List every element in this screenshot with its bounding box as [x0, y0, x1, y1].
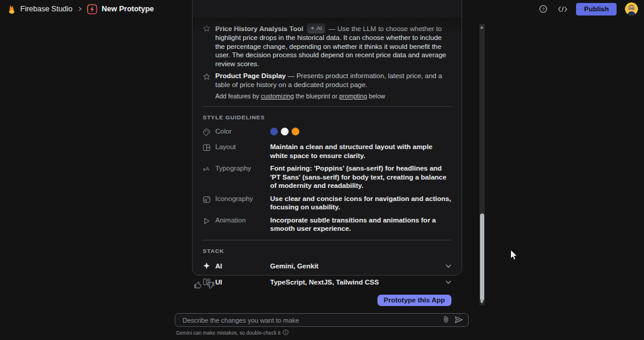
- user-avatar[interactable]: [625, 2, 638, 16]
- attach-file-icon[interactable]: [443, 315, 449, 326]
- star-icon: [203, 72, 212, 89]
- svg-text:a: a: [203, 167, 206, 171]
- composer-icons: [443, 315, 463, 326]
- blueprint-card: Price History Analysis Tool AI — Use the…: [192, 0, 462, 276]
- stack-label: UI: [215, 279, 270, 286]
- style-guidelines-heading: STYLE GUIDELINES: [203, 114, 451, 120]
- chevron-down-icon[interactable]: [445, 280, 451, 284]
- iconography-icon: [203, 194, 212, 206]
- guideline-label: Iconography: [215, 194, 270, 202]
- guideline-row-color: Color: [203, 127, 451, 138]
- brand[interactable]: Firebase Studio: [8, 4, 73, 14]
- scrollbar-up-arrow[interactable]: [480, 26, 484, 29]
- feature-item: Product Page Display — Presents product …: [203, 72, 451, 89]
- note-text: the blueprint or: [294, 92, 339, 100]
- color-swatch-accent[interactable]: [292, 128, 299, 135]
- feature-title: Product Page Display: [215, 72, 286, 79]
- prototype-app-icon: [87, 4, 97, 14]
- typography-icon: aA: [203, 164, 212, 175]
- cta-row: Prototype this App: [203, 295, 451, 306]
- note-text: Add features by: [215, 92, 261, 100]
- guideline-label: Animation: [215, 216, 270, 224]
- guideline-value: Incorporate subtle transitions and anima…: [270, 216, 451, 233]
- sparkle-icon: [310, 26, 315, 30]
- svg-text:A: A: [206, 166, 209, 172]
- ai-badge: AI: [307, 23, 325, 33]
- customizing-link[interactable]: customizing: [261, 92, 293, 100]
- divider: [203, 240, 451, 240]
- color-swatch-primary[interactable]: [270, 128, 278, 135]
- stack-value: Gemini, Genkit: [270, 262, 445, 270]
- guideline-label: Typography: [215, 164, 270, 172]
- play-icon: [203, 216, 212, 227]
- star-icon: [203, 23, 212, 68]
- header-actions: ? Publish: [538, 2, 638, 16]
- publish-button[interactable]: Publish: [576, 3, 617, 16]
- guideline-value: Font pairing: 'Poppins' (sans-serif) for…: [270, 164, 451, 190]
- color-swatches: [270, 127, 299, 135]
- chevron-down-icon[interactable]: [445, 264, 451, 268]
- feedback-buttons: [194, 281, 215, 289]
- chat-composer: [175, 313, 469, 327]
- scrollbar-down-arrow[interactable]: [480, 301, 484, 304]
- breadcrumb-current[interactable]: New Prototype: [87, 4, 154, 14]
- prompting-link[interactable]: prompting: [339, 92, 367, 100]
- mouse-cursor: [510, 249, 518, 261]
- stack-row-ui[interactable]: UI TypeScript, NextJS, Tailwind CSS: [203, 277, 451, 288]
- feature-item: Price History Analysis Tool AI — Use the…: [203, 23, 451, 68]
- layout-icon: [203, 143, 212, 154]
- guideline-row-typography: aA Typography Font pairing: 'Poppins' (s…: [203, 164, 451, 190]
- breadcrumb-chevron-icon: [78, 7, 82, 11]
- firebase-logo-icon: [8, 4, 16, 14]
- svg-text:?: ?: [542, 7, 544, 12]
- code-icon[interactable]: [557, 4, 568, 14]
- guideline-label: Layout: [215, 143, 270, 150]
- scrollbar-thumb[interactable]: [480, 214, 484, 301]
- feature-title: Price History Analysis Tool: [215, 25, 304, 32]
- guideline-label: Color: [215, 127, 270, 135]
- guideline-value: Maintain a clean and structured layout w…: [270, 143, 451, 160]
- thumbs-up-icon[interactable]: [194, 281, 202, 289]
- help-icon[interactable]: ?: [538, 4, 549, 14]
- ai-badge-label: AI: [317, 24, 322, 33]
- thumbs-down-icon[interactable]: [206, 281, 215, 289]
- divider: [203, 106, 451, 107]
- sparkle-icon: [203, 261, 212, 272]
- guideline-row-animation: Animation Incorporate subtle transitions…: [203, 216, 451, 233]
- add-features-note: Add features by customizing the blueprin…: [215, 92, 451, 100]
- color-swatch-background[interactable]: [281, 128, 289, 135]
- stack-value: TypeScript, NextJS, Tailwind CSS: [270, 279, 445, 286]
- guideline-row-iconography: Iconography Use clear and concise icons …: [203, 194, 451, 212]
- guideline-value: Use clear and concise icons for navigati…: [270, 194, 451, 212]
- note-text: below: [367, 92, 385, 100]
- info-icon[interactable]: [283, 329, 289, 336]
- stack-row-ai[interactable]: AI Gemini, Genkit: [203, 261, 451, 272]
- stack-label: AI: [215, 262, 270, 270]
- palette-icon: [203, 127, 212, 138]
- firebase-studio-window: Firebase Studio New Prototype ? Publish: [0, 0, 644, 340]
- page-title: New Prototype: [102, 5, 154, 13]
- guideline-row-layout: Layout Maintain a clean and structured l…: [203, 143, 451, 160]
- brand-name: Firebase Studio: [20, 5, 73, 13]
- stack-heading: STACK: [203, 248, 451, 254]
- disclaimer: Gemini can make mistakes, so double-chec…: [176, 329, 289, 336]
- disclaimer-text: Gemini can make mistakes, so double-chec…: [176, 330, 280, 336]
- feature-text: Product Page Display — Presents product …: [215, 72, 451, 89]
- feature-text: Price History Analysis Tool AI — Use the…: [215, 23, 451, 68]
- scrollbar-track[interactable]: [479, 24, 485, 305]
- change-request-input[interactable]: [182, 317, 443, 324]
- prototype-this-app-button[interactable]: Prototype this App: [377, 295, 451, 306]
- send-icon[interactable]: [454, 315, 463, 326]
